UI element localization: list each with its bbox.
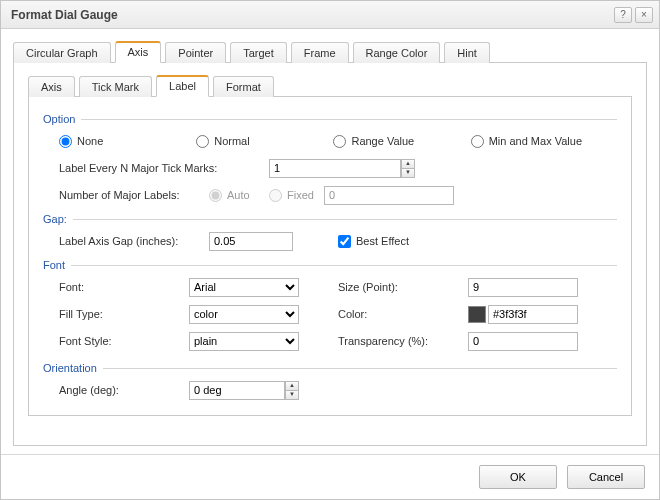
- subtab-label[interactable]: Label: [156, 75, 209, 97]
- subtab-tick-mark[interactable]: Tick Mark: [79, 76, 152, 97]
- size-input[interactable]: [468, 278, 578, 297]
- divider: [103, 368, 617, 369]
- tab-frame[interactable]: Frame: [291, 42, 349, 63]
- angle-spinner[interactable]: ▲ ▼: [189, 381, 299, 400]
- gap-input[interactable]: [209, 232, 293, 251]
- font-col-right: Size (Point): Color: Transparency (%):: [338, 275, 617, 356]
- radio-auto[interactable]: [209, 189, 222, 202]
- group-gap: Gap:: [43, 213, 617, 225]
- cancel-button[interactable]: Cancel: [567, 465, 645, 489]
- orientation-row: Angle (deg): ▲ ▼: [43, 378, 617, 402]
- best-effect-item[interactable]: Best Effect: [338, 235, 409, 248]
- angle-input[interactable]: [189, 381, 285, 400]
- group-option: Option: [43, 113, 617, 125]
- radio-none-item[interactable]: None: [59, 135, 196, 148]
- label-every-input[interactable]: [269, 159, 401, 178]
- fill-type-select[interactable]: color: [189, 305, 299, 324]
- color-label: Color:: [338, 308, 468, 320]
- divider: [81, 119, 617, 120]
- group-orientation-label: Orientation: [43, 362, 97, 374]
- option-radio-row: None Normal Range Value Min and Max Valu…: [43, 129, 617, 153]
- size-label: Size (Point):: [338, 281, 468, 293]
- sub-tabstrip: Axis Tick Mark Label Format: [28, 73, 632, 97]
- help-button[interactable]: ?: [614, 7, 632, 23]
- radio-min-max[interactable]: [471, 135, 484, 148]
- tab-axis[interactable]: Axis: [115, 41, 162, 63]
- ok-button[interactable]: OK: [479, 465, 557, 489]
- close-button[interactable]: ×: [635, 7, 653, 23]
- radio-auto-label: Auto: [227, 189, 250, 201]
- sub-tab-body: Option None Normal Range Value: [28, 97, 632, 416]
- subtab-axis[interactable]: Axis: [28, 76, 75, 97]
- radio-normal-label: Normal: [214, 135, 249, 147]
- transparency-label: Transparency (%):: [338, 335, 468, 347]
- radio-auto-item[interactable]: Auto: [209, 189, 269, 202]
- radio-fixed[interactable]: [269, 189, 282, 202]
- radio-fixed-item[interactable]: Fixed: [269, 189, 324, 202]
- main-tabstrip: Circular Graph Axis Pointer Target Frame…: [13, 39, 647, 63]
- divider: [71, 265, 617, 266]
- divider: [73, 219, 617, 220]
- fixed-value-input[interactable]: [324, 186, 454, 205]
- font-style-label: Font Style:: [59, 335, 189, 347]
- num-major-label: Number of Major Labels:: [59, 189, 209, 201]
- spinner-buttons[interactable]: ▲ ▼: [285, 381, 299, 400]
- group-orientation: Orientation: [43, 362, 617, 374]
- spin-up-icon[interactable]: ▲: [285, 381, 299, 390]
- angle-label: Angle (deg):: [59, 384, 189, 396]
- color-input[interactable]: [488, 305, 578, 324]
- radio-fixed-label: Fixed: [287, 189, 314, 201]
- radio-normal[interactable]: [196, 135, 209, 148]
- subtab-format[interactable]: Format: [213, 76, 274, 97]
- color-swatch[interactable]: [468, 306, 486, 323]
- font-col-left: Font: Arial Fill Type: color: [59, 275, 338, 356]
- tab-pointer[interactable]: Pointer: [165, 42, 226, 63]
- label-every-label: Label Every N Major Tick Marks:: [59, 162, 269, 174]
- transparency-input[interactable]: [468, 332, 578, 351]
- spinner-buttons[interactable]: ▲ ▼: [401, 159, 415, 178]
- content-area: Circular Graph Axis Pointer Target Frame…: [1, 29, 659, 454]
- num-major-row: Number of Major Labels: Auto Fixed: [43, 183, 617, 207]
- font-columns: Font: Arial Fill Type: color: [43, 275, 617, 356]
- radio-none-label: None: [77, 135, 103, 147]
- best-effect-checkbox[interactable]: [338, 235, 351, 248]
- font-label: Font:: [59, 281, 189, 293]
- dialog-footer: OK Cancel: [1, 454, 659, 499]
- tab-hint[interactable]: Hint: [444, 42, 490, 63]
- window-title: Format Dial Gauge: [11, 8, 611, 22]
- dialog-window: Format Dial Gauge ? × Circular Graph Axi…: [0, 0, 660, 500]
- tab-target[interactable]: Target: [230, 42, 287, 63]
- fill-type-label: Fill Type:: [59, 308, 189, 320]
- spin-up-icon[interactable]: ▲: [401, 159, 415, 168]
- radio-normal-item[interactable]: Normal: [196, 135, 333, 148]
- radio-range-value-label: Range Value: [351, 135, 414, 147]
- radio-min-max-label: Min and Max Value: [489, 135, 582, 147]
- titlebar: Format Dial Gauge ? ×: [1, 1, 659, 29]
- group-option-label: Option: [43, 113, 75, 125]
- radio-range-value-item[interactable]: Range Value: [333, 135, 470, 148]
- font-style-select[interactable]: plain: [189, 332, 299, 351]
- group-gap-label: Gap:: [43, 213, 67, 225]
- tab-range-color[interactable]: Range Color: [353, 42, 441, 63]
- best-effect-label: Best Effect: [356, 235, 409, 247]
- main-tab-body: Axis Tick Mark Label Format Option None: [13, 63, 647, 446]
- radio-none[interactable]: [59, 135, 72, 148]
- spin-down-icon[interactable]: ▼: [401, 168, 415, 178]
- group-font-label: Font: [43, 259, 65, 271]
- radio-range-value[interactable]: [333, 135, 346, 148]
- radio-min-max-item[interactable]: Min and Max Value: [471, 135, 617, 148]
- label-every-spinner[interactable]: ▲ ▼: [269, 159, 415, 178]
- gap-row: Label Axis Gap (inches): Best Effect: [43, 229, 617, 253]
- font-select[interactable]: Arial: [189, 278, 299, 297]
- label-every-row: Label Every N Major Tick Marks: ▲ ▼: [43, 156, 617, 180]
- group-font: Font: [43, 259, 617, 271]
- tab-circular-graph[interactable]: Circular Graph: [13, 42, 111, 63]
- spin-down-icon[interactable]: ▼: [285, 390, 299, 400]
- gap-label: Label Axis Gap (inches):: [59, 235, 209, 247]
